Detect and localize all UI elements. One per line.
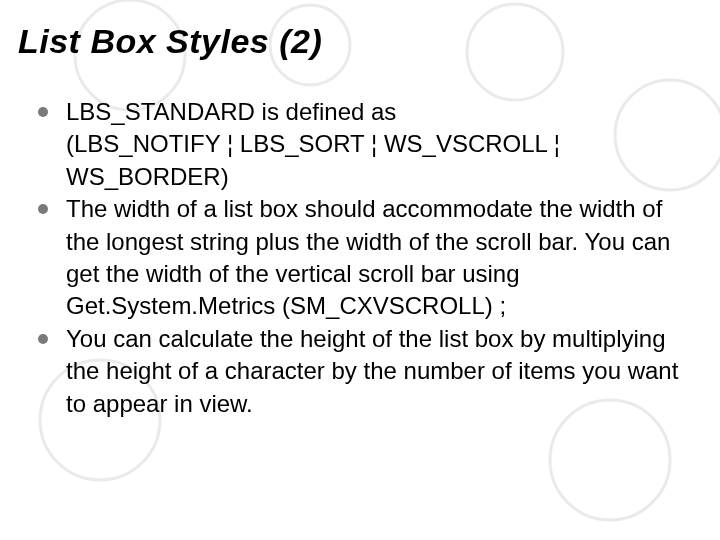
content-area: LBS_STANDARD is defined as (LBS_NOTIFY ¦… [32,96,686,420]
bullet-icon [38,334,48,344]
bullet-text: LBS_STANDARD is defined as [66,96,686,128]
bullet-text: The width of a list box should accommoda… [66,193,686,290]
bullet-icon [38,204,48,214]
bullet-list: LBS_STANDARD is defined as (LBS_NOTIFY ¦… [32,96,686,420]
list-item: LBS_STANDARD is defined as (LBS_NOTIFY ¦… [32,96,686,193]
bullet-text: Get.System.Metrics (SM_CXVSCROLL) ; [66,290,686,322]
list-item: You can calculate the height of the list… [32,323,686,420]
bullet-icon [38,107,48,117]
circle-icon [467,4,563,100]
list-item: The width of a list box should accommoda… [32,193,686,323]
page-title: List Box Styles (2) [18,22,322,61]
bullet-text: (LBS_NOTIFY ¦ LBS_SORT ¦ WS_VSCROLL ¦ WS… [66,128,686,193]
slide: List Box Styles (2) LBS_STANDARD is defi… [0,0,720,540]
bullet-text: You can calculate the height of the list… [66,323,686,420]
